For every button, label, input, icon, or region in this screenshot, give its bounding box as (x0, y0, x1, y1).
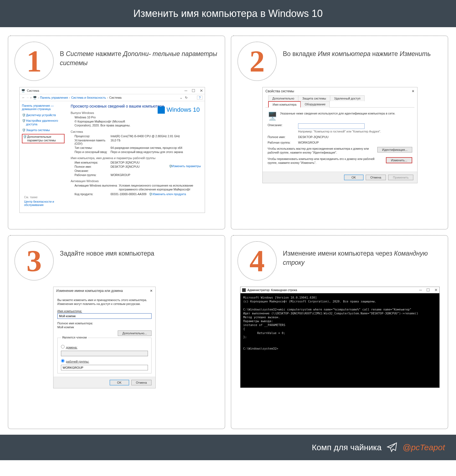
step-3: 3 Задайте новое имя компьютера Изменение… (8, 235, 225, 429)
nav-up-icon[interactable]: ↑ (30, 96, 32, 99)
command-prompt-window: Администратор: Командная строка ─ ☐ ✕ Mi… (240, 287, 440, 388)
step-2: 2 Во вкладке Имя компьютера нажмите Изме… (231, 35, 448, 230)
help-icon[interactable]: ? (197, 96, 203, 100)
change-button[interactable]: Изменить... (386, 157, 412, 163)
tab-remote[interactable]: Удаленный доступ (330, 95, 365, 101)
member-of-legend: Является членом (61, 336, 88, 339)
step-number-2: 2 (237, 42, 277, 81)
domain-radio[interactable]: домена: (61, 345, 148, 349)
workgroup-value: WORKGROUP (298, 141, 412, 144)
step-4: 4 Изменение имени компьютера через Коман… (231, 235, 448, 429)
tab-computer-name[interactable]: Имя компьютера (268, 101, 301, 108)
step-1-desc: В Системе нажмите Дополни- тельные парам… (60, 42, 219, 68)
maximize-icon[interactable]: ☐ (192, 88, 195, 93)
security-center-link[interactable]: Центр безопасности и обслуживания (24, 200, 62, 207)
steps-grid: 1 В Системе нажмите Дополни- тельные пар… (0, 27, 456, 435)
section-activation: Активация Windows (71, 179, 201, 183)
sidebar: Панель управления — домашняя страница 🛡️… (20, 101, 67, 213)
full-name-label: Полное имя компьютера: (57, 322, 152, 325)
tab-protection[interactable]: Защита системы (298, 95, 330, 101)
minimize-icon[interactable]: ─ (419, 288, 422, 292)
minimize-icon[interactable]: ─ (185, 88, 187, 93)
nav-fwd-icon[interactable]: → (26, 96, 29, 99)
sidebar-device-manager[interactable]: 🛡️Диспетчер устройств (22, 113, 65, 117)
domain-input[interactable] (61, 351, 148, 356)
sidebar-advanced-settings[interactable]: 🛡️Дополнительные параметры системы (22, 134, 65, 143)
dialog-title: Изменение имени компьютера или домена (56, 289, 123, 293)
apply-button[interactable]: Применить (388, 175, 413, 180)
step-2-desc: Во вкладке Имя компьютера нажмите Измени… (283, 42, 431, 58)
ok-button[interactable]: OK (344, 175, 363, 180)
tab-hardware[interactable]: Оборудование (301, 101, 330, 108)
copyright-text: © Корпорация Майкрософт (Microsoft Corpo… (75, 120, 138, 127)
tab-advanced[interactable]: Дополнительно (268, 95, 298, 101)
system-icon: 🖥️ (21, 89, 25, 93)
change-product-key-link[interactable]: 🛡️Изменить ключ продукта (149, 192, 186, 196)
dialog-title: Свойства системы (265, 89, 294, 93)
computer-name-label: Имя компьютера: (57, 309, 152, 313)
close-icon[interactable]: ✕ (412, 89, 414, 93)
full-name-value: Мой компик (57, 325, 152, 329)
page-title: Изменить имя компьютера в Windows 10 (0, 0, 456, 27)
close-icon[interactable]: ✕ (200, 88, 203, 93)
join-wizard-text: Чтобы использовать мастер для присоедине… (268, 147, 374, 154)
sidebar-remote[interactable]: 🛡️Настройка удаленного доступа (22, 119, 65, 126)
maximize-icon[interactable]: ☐ (426, 288, 430, 292)
rename-dialog: Изменение имени компьютера или домена✕ В… (53, 287, 156, 388)
ok-button[interactable]: OK (110, 380, 129, 385)
window-title: Система (27, 89, 39, 92)
step-number-1: 1 (14, 42, 54, 81)
section-computer-name: Имя компьютера, имя домена и параметры р… (71, 156, 201, 160)
cmd-icon (242, 288, 246, 292)
windows-logo: Windows 10 (158, 106, 200, 114)
breadcrumb: ← → ↑ 🖥️› Панель управления› Система и б… (20, 94, 205, 101)
shield-icon: 🛡️ (22, 119, 25, 122)
identify-button[interactable]: Идентификация... (377, 147, 412, 152)
step-1: 1 В Системе нажмите Дополни- тельные пар… (8, 35, 225, 230)
see-also-label: См. также (24, 195, 62, 199)
cancel-button[interactable]: Отмена (366, 175, 386, 180)
info-text: Вы можете изменить имя и принадлежность … (57, 298, 152, 306)
window-title: Администратор: Командная строка (247, 288, 297, 292)
step-4-desc: Изменение имени компьютера через Командн… (283, 241, 442, 268)
shield-icon: 🛡️ (169, 164, 172, 168)
system-window: 🖥️Система ─ ☐ ✕ ← → ↑ 🖥️› Панель управле… (19, 87, 205, 213)
section-system: Система (71, 130, 201, 133)
workgroup-input[interactable] (61, 365, 148, 370)
telegram-handle[interactable]: @pcTeapot (403, 443, 445, 452)
step-number-4: 4 (237, 241, 277, 281)
shield-icon: 🛡️ (22, 128, 25, 132)
close-icon[interactable]: ✕ (434, 288, 438, 292)
control-panel-home-link[interactable]: Панель управления — домашняя страница (22, 104, 65, 111)
description-label: Описание: (268, 123, 298, 127)
intro-text: Указанные ниже сведения используются для… (280, 111, 395, 121)
description-input[interactable] (298, 123, 365, 129)
advanced-button[interactable]: Дополнительно... (118, 330, 152, 336)
cancel-button[interactable]: Отмена (131, 380, 152, 385)
footer: Комп для чайника @pcTeapot (0, 435, 456, 460)
telegram-icon (386, 441, 398, 454)
shield-icon: 🛡️ (23, 135, 26, 138)
sidebar-protection[interactable]: 🛡️Защита системы (22, 128, 65, 132)
terminal-output[interactable]: Microsoft Windows [Version 10.0.19041.63… (240, 293, 439, 388)
close-icon[interactable]: ✕ (150, 289, 153, 293)
computer-name-input[interactable] (57, 313, 152, 319)
computer-icon: 🖥️ (268, 111, 277, 121)
system-properties-dialog: Свойства системы✕ Дополнительно Защита с… (262, 87, 417, 183)
change-settings-link[interactable]: 🛡️Изменить параметры (169, 164, 201, 168)
full-name-value: DESKTOP-3QNCPUU (298, 135, 412, 139)
license-terms-link[interactable]: Условия лицензионного соглашения на испо… (119, 184, 201, 191)
step-number-3: 3 (14, 241, 54, 281)
step-3-desc: Задайте новое имя компьютера (60, 241, 154, 258)
workgroup-radio[interactable]: рабочей группы: (61, 359, 148, 363)
nav-back-icon[interactable]: ← (22, 96, 25, 99)
rename-text: Чтобы переименовать компьютер или присое… (268, 157, 383, 165)
description-hint: Например: "Компьютер в гостиной" или "Ко… (298, 130, 412, 133)
edition-value: Windows 10 Pro (75, 116, 201, 119)
shield-icon: 🛡️ (22, 113, 25, 117)
footer-text: Комп для чайника (312, 443, 381, 452)
